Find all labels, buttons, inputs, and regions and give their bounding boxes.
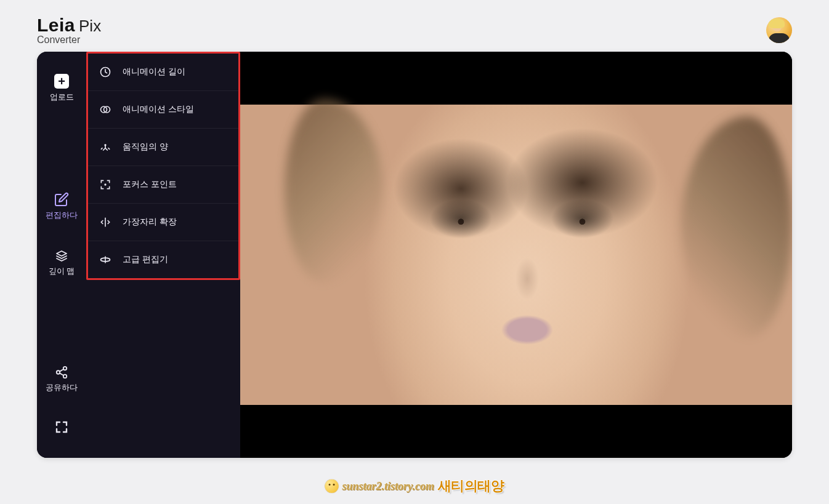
motion-icon xyxy=(99,141,111,153)
submenu-item-label: 고급 편집기 xyxy=(123,254,168,265)
svg-point-9 xyxy=(104,183,106,185)
submenu-item-focus-point[interactable]: 포커스 포인트 xyxy=(88,166,238,204)
depth-icon xyxy=(54,248,69,263)
sidebar: + 업로드 편집하다 깊 xyxy=(37,52,86,458)
submenu-list: 애니메이션 길이 애니메이션 스타일 움직임의 양 xyxy=(86,52,240,280)
watermark: sunstar2.tistory.com 새티의태양 xyxy=(325,477,504,495)
style-icon xyxy=(99,103,111,116)
svg-line-3 xyxy=(60,369,63,372)
workspace: + 업로드 편집하다 깊 xyxy=(37,52,792,458)
app-header: Leia Pix Converter xyxy=(0,0,829,52)
logo[interactable]: Leia Pix Converter xyxy=(37,15,101,46)
submenu-item-animation-length[interactable]: 애니메이션 길이 xyxy=(88,54,238,91)
logo-suffix: Pix xyxy=(79,17,101,36)
submenu-item-label: 포커스 포인트 xyxy=(123,179,177,190)
submenu-item-label: 애니메이션 스타일 xyxy=(123,104,194,115)
preview-area[interactable] xyxy=(240,52,792,458)
advanced-icon xyxy=(99,254,111,266)
sidebar-item-edit[interactable]: 편집하다 xyxy=(37,187,86,225)
submenu-item-animation-style[interactable]: 애니메이션 스타일 xyxy=(88,91,238,129)
sidebar-upload-label: 업로드 xyxy=(46,92,78,102)
share-icon xyxy=(55,366,68,379)
edit-icon xyxy=(54,192,69,207)
wink-emoji-icon xyxy=(325,479,339,493)
sidebar-item-fullscreen[interactable] xyxy=(37,415,86,439)
submenu-item-label: 애니메이션 길이 xyxy=(123,66,185,78)
submenu-item-edge-dilation[interactable]: 가장자리 확장 xyxy=(88,204,238,241)
logo-main: Leia xyxy=(37,15,75,36)
fullscreen-icon xyxy=(54,420,69,434)
sidebar-share-label: 공유하다 xyxy=(42,383,81,393)
submenu-item-label: 움직임의 양 xyxy=(123,142,168,153)
sidebar-item-upload[interactable]: + 업로드 xyxy=(37,69,86,107)
watermark-url: sunstar2.tistory.com xyxy=(342,480,434,493)
sidebar-item-share[interactable]: 공유하다 xyxy=(37,361,86,398)
focus-icon xyxy=(99,178,111,191)
submenu-item-motion-amount[interactable]: 움직임의 양 xyxy=(88,129,238,166)
watermark-name: 새티의태양 xyxy=(438,477,504,495)
upload-icon: + xyxy=(54,74,69,89)
sidebar-edit-label: 편집하다 xyxy=(42,210,81,220)
svg-line-4 xyxy=(60,373,63,375)
logo-subtitle: Converter xyxy=(37,34,101,46)
submenu-item-label: 가장자리 확장 xyxy=(123,217,177,228)
sidebar-item-depth[interactable]: 깊이 맵 xyxy=(37,243,86,281)
sidebar-depth-label: 깊이 맵 xyxy=(45,266,78,276)
edge-icon xyxy=(99,216,111,228)
edit-submenu: 애니메이션 길이 애니메이션 스타일 움직임의 양 xyxy=(86,52,240,458)
submenu-item-advanced-editor[interactable]: 고급 편집기 xyxy=(88,241,238,278)
user-avatar[interactable] xyxy=(766,17,792,43)
clock-icon xyxy=(99,66,111,78)
preview-image xyxy=(240,105,792,405)
